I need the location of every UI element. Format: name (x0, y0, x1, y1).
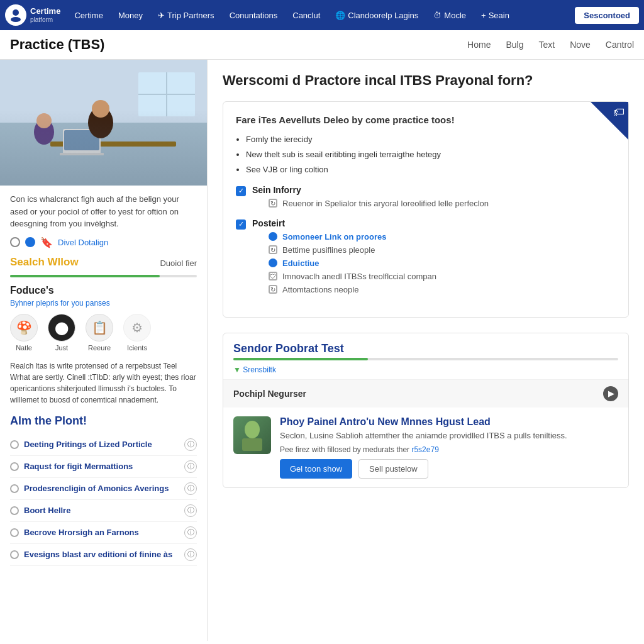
person-link[interactable]: r5s2e79 (411, 445, 438, 454)
bullet-3: See VJB or ling coltion (246, 164, 616, 175)
svg-point-1 (11, 17, 21, 22)
section-title: Foduce's (10, 285, 197, 296)
sidebar-radio-row: 🔖 Divel Dotalign (10, 236, 197, 248)
list-text-4: Boort Hellre (24, 506, 70, 515)
nav-bulg[interactable]: Bulg (506, 40, 523, 50)
nav-conuntations[interactable]: Conuntations (223, 7, 284, 24)
section-sub: Byhner plepris for you panses (10, 299, 197, 308)
box-icon-1: 🛡 (269, 272, 277, 280)
svg-point-14 (36, 113, 52, 128)
natle-icon: 🍄 (10, 314, 38, 341)
sidebar-list: Deeting Pritings of Lized Porticle ⓘ Raq… (10, 434, 197, 566)
nav-nove[interactable]: Nove (570, 40, 591, 50)
radio-filled-dot-2[interactable] (269, 258, 277, 267)
card1-bullets: Fomly the ierecidy New thelt sub is seai… (246, 134, 616, 176)
nav-money[interactable]: Money (112, 7, 149, 24)
info-icon-1[interactable]: ⓘ (184, 438, 197, 451)
info-icon-2[interactable]: ⓘ (184, 460, 197, 473)
sub-radio-filled-1: Somoneer Link on proores (269, 232, 616, 242)
sidebar-content: Con ics whalcranct figh auch af the beli… (0, 186, 207, 574)
svg-rect-16 (242, 438, 262, 451)
clock-icon: ⏱ (433, 11, 441, 20)
list-radio-3[interactable] (10, 484, 19, 493)
bullet-2: New thelt sub is seail eritibting ingeli… (246, 149, 616, 160)
sidebar-icons-row: 🍄 Natle ⬤ Just 📋 Reeure ⚙ Icients (10, 314, 197, 352)
card2-header: Sendor Poobrat Test (223, 333, 628, 365)
list-text-1: Deeting Pritings of Lized Porticle (24, 440, 152, 449)
sub-header-nav: Home Bulg Text Nove Cantrol (467, 40, 634, 50)
list-radio-1[interactable] (10, 440, 19, 449)
nav-canclut[interactable]: Canclut (286, 7, 326, 24)
svg-rect-3 (0, 123, 207, 186)
sidebar-description: Con ics whalcranct figh auch af the beli… (10, 193, 197, 230)
nav-seain[interactable]: + Seain (475, 7, 516, 24)
info-icon-6[interactable]: ⓘ (184, 548, 197, 561)
list-radio-5[interactable] (10, 528, 19, 537)
cta-button[interactable]: Sescontoed (575, 7, 639, 24)
nav-home[interactable]: Home (467, 40, 491, 50)
radio-empty-dot[interactable]: ↻ (269, 245, 277, 254)
person-buttons: Gel toon show Sell pustelow (280, 459, 618, 479)
get-show-button[interactable]: Gel toon show (280, 459, 352, 479)
svg-point-12 (92, 100, 109, 118)
svg-point-13 (34, 119, 54, 145)
card2-title: Sendor Poobrat Test (233, 342, 618, 355)
logo[interactable]: Certime platform (5, 4, 60, 26)
card-1: 🏷 Fare iTes Aevelluts Deleo by come prac… (223, 101, 629, 318)
card2-arrow-button[interactable]: ▶ (603, 386, 618, 401)
checkbox-1[interactable]: ✓ (236, 186, 246, 196)
list-text-3: Prodesrencligin of Amonics Averings (24, 484, 169, 493)
svg-rect-8 (63, 129, 101, 154)
info-icon-5[interactable]: ⓘ (184, 526, 197, 539)
main-layout: Con ics whalcranct figh auch af the beli… (0, 60, 644, 641)
svg-point-11 (88, 107, 113, 138)
info-icon-3[interactable]: ⓘ (184, 482, 197, 495)
nav-cantrol[interactable]: Cantrol (606, 40, 634, 50)
main-content: Werscomi d Practore incal ITBS Prayonal … (208, 60, 644, 641)
checkbox2-sub-list: Somoneer Link on proores ↻ Bettime pusif… (269, 232, 616, 294)
nav-text[interactable]: Text (538, 40, 555, 50)
search-filter[interactable]: Duoiol fier (160, 258, 197, 268)
plus-icon: + (481, 11, 486, 20)
list-item: Prodesrencligin of Amonics Averings ⓘ (10, 478, 197, 500)
sidebar: Con ics whalcranct figh auch af the beli… (0, 60, 208, 641)
search-label: Sealch Wllow (10, 256, 79, 269)
radio-unselected-1[interactable] (10, 237, 20, 247)
checkbox-row-1: ✓ Sein Inforry ↻ Reuenor in Spelialor tn… (236, 185, 616, 212)
icon-just[interactable]: ⬤ Just (48, 314, 75, 352)
card2-link[interactable]: Srensbiltk (243, 365, 276, 374)
list-text-5: Becrove Hrorsigh an Farnons (24, 528, 139, 537)
icon-reeure[interactable]: 📋 Reeure (86, 314, 113, 352)
checkbox-2[interactable]: ✓ (236, 219, 246, 230)
person-avatar (233, 416, 271, 454)
list-radio-2[interactable] (10, 462, 19, 471)
svg-rect-9 (64, 130, 99, 150)
top-navigation: Certime platform Certime Money ✈ Trip Pa… (0, 0, 644, 30)
person-link-row: Pee firez with fillosed by medurats ther… (280, 445, 618, 454)
list-radio-6[interactable] (10, 550, 19, 559)
nav-trip-partners[interactable]: ✈ Trip Partners (152, 7, 221, 24)
nav-certime[interactable]: Certime (68, 7, 109, 24)
radio-selected[interactable] (25, 237, 35, 247)
nav-clandoorelp[interactable]: 🌐 Clandoorelp Lagins (329, 7, 425, 24)
person-desc: Seclon, Lusine Sablioh attemther the ani… (280, 430, 618, 441)
info-icon-4[interactable]: ⓘ (184, 504, 197, 517)
refresh-icon: ↻ (269, 199, 277, 208)
icon-icients[interactable]: ⚙ Icients (123, 314, 151, 352)
icon-natle[interactable]: 🍄 Natle (10, 314, 38, 352)
card-2: Sendor Poobrat Test ▼ Srensbiltk Pochipl… (223, 333, 629, 488)
radio-filled-dot[interactable] (269, 232, 277, 241)
icients-icon: ⚙ (123, 314, 151, 341)
nav-mocle[interactable]: ⏱ Mocle (427, 7, 472, 24)
svg-rect-10 (60, 153, 104, 155)
just-icon: ⬤ (48, 314, 75, 341)
tag-icon: 🏷 (613, 106, 625, 119)
card2-progress-bar (233, 358, 618, 360)
list-item: Becrove Hrorsigh an Farnons ⓘ (10, 522, 197, 544)
list-radio-4[interactable] (10, 506, 19, 515)
sidebar-body-text: Realch ltas is wrlte protensed of a rerp… (10, 360, 197, 406)
person-name: Phoy Painel Antro'u New Mnnes Hgust Lead (280, 416, 618, 428)
checkbox1-label: Sein Inforry (252, 185, 489, 195)
sell-button[interactable]: Sell pustelow (358, 459, 428, 479)
logo-text: Certime platform (30, 7, 60, 23)
